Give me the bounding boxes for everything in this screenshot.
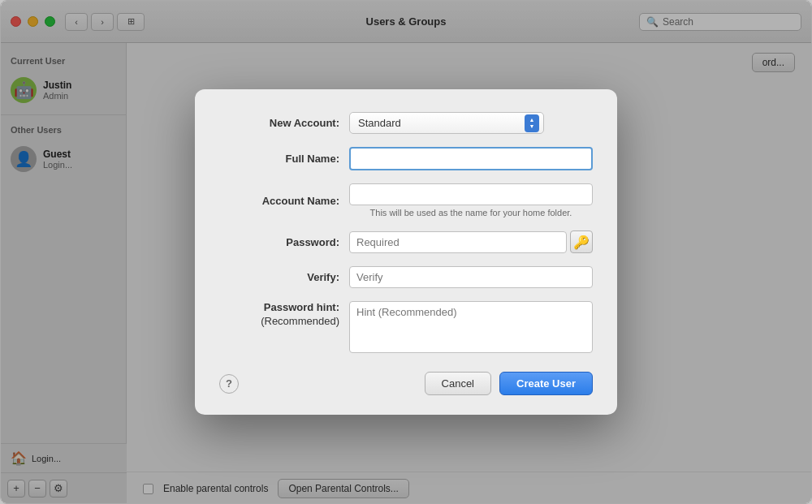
verify-label: Verify: [219,271,349,283]
footer-buttons: Cancel Create User [425,372,593,395]
password-row: Password: 🔑 [219,230,593,253]
main-window: ‹ › ⊞ Users & Groups 🔍 Current User 🤖 Ju… [0,0,812,504]
password-input[interactable] [349,231,567,253]
new-account-row: New Account: Standard Administrator Mana… [219,112,593,134]
cancel-button[interactable]: Cancel [425,372,491,395]
full-name-control [349,147,593,170]
password-label: Password: [219,236,349,248]
help-button[interactable]: ? [219,374,239,394]
full-name-row: Full Name: [219,147,593,170]
account-name-hint: This will be used as the name for your h… [349,208,593,218]
create-user-button[interactable]: Create User [499,372,593,395]
new-user-dialog: New Account: Standard Administrator Mana… [195,89,617,415]
password-hint-control [349,301,593,355]
account-name-row: Account Name: This will be used as the n… [219,183,593,218]
modal-footer: ? Cancel Create User [219,372,593,395]
account-name-input[interactable] [349,183,593,205]
verify-input[interactable] [349,266,593,288]
new-account-select[interactable]: Standard Administrator Managed with Pare… [349,112,544,134]
verify-control [349,266,593,288]
key-button[interactable]: 🔑 [570,230,593,253]
modal-overlay: New Account: Standard Administrator Mana… [1,1,811,503]
account-name-label: Account Name: [219,195,349,207]
new-account-label: New Account: [219,117,349,129]
new-account-select-wrapper: Standard Administrator Managed with Pare… [349,112,544,134]
full-name-input[interactable] [349,147,593,170]
full-name-label: Full Name: [219,153,349,165]
password-hint-row: Password hint: (Recommended) [219,301,593,355]
verify-row: Verify: [219,266,593,288]
password-hint-label: Password hint: (Recommended) [219,301,349,329]
password-control: 🔑 [349,230,593,253]
account-name-wrapper: This will be used as the name for your h… [349,183,593,218]
new-account-control: Standard Administrator Managed with Pare… [349,112,593,134]
password-hint-textarea[interactable] [349,301,593,353]
